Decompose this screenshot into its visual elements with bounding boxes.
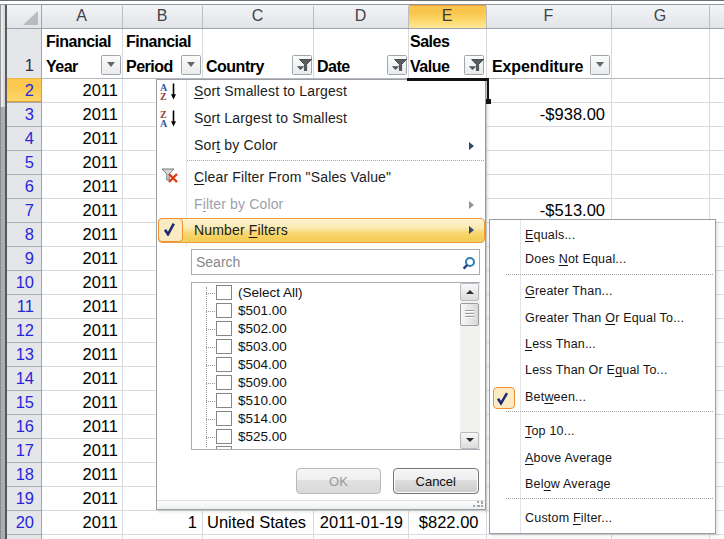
svg-text:Z: Z	[160, 91, 167, 101]
svg-text:A: A	[160, 118, 168, 128]
